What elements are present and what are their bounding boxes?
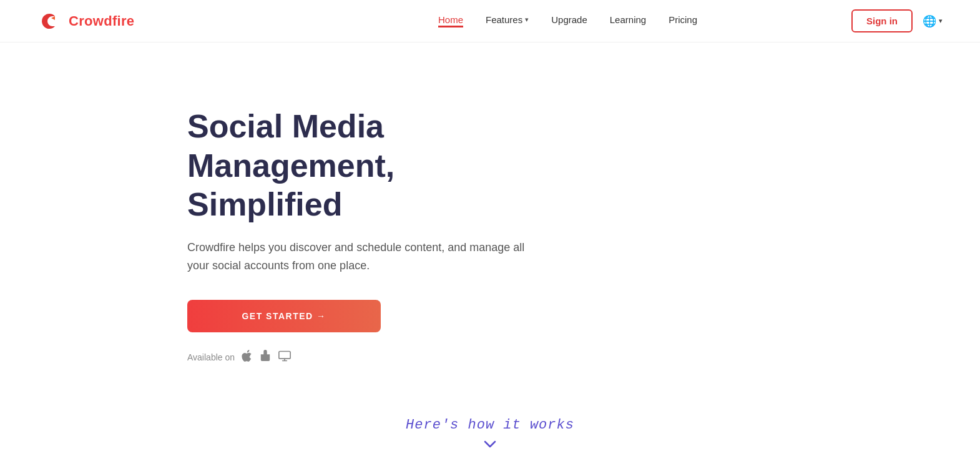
desktop-icon bbox=[278, 350, 291, 365]
hero-subtitle: Crowdfire helps you discover and schedul… bbox=[187, 239, 537, 275]
logo-text: Crowdfire bbox=[69, 13, 134, 29]
nav-link-features[interactable]: Features ▾ bbox=[486, 14, 529, 27]
features-dropdown-arrow: ▾ bbox=[525, 16, 529, 24]
svg-rect-1 bbox=[279, 351, 290, 359]
hero-title: Social Media Management, Simplified bbox=[187, 107, 562, 224]
available-on-row: Available on bbox=[187, 350, 980, 365]
language-selector[interactable]: 🌐 ▾ bbox=[923, 14, 943, 28]
globe-icon: 🌐 bbox=[923, 14, 936, 28]
available-on-label: Available on bbox=[187, 352, 235, 362]
navbar-right: Sign in 🌐 ▾ bbox=[851, 9, 943, 32]
get-started-button[interactable]: GET STARTED → bbox=[187, 300, 381, 332]
how-it-works-section: Here's how it works bbox=[0, 405, 980, 466]
android-icon bbox=[260, 350, 271, 365]
navbar: Crowdfire Home Features ▾ Upgrade Learni… bbox=[0, 0, 980, 42]
how-it-works-label: Here's how it works bbox=[406, 417, 574, 433]
crowdfire-logo-icon bbox=[37, 9, 62, 34]
nav-link-upgrade[interactable]: Upgrade bbox=[551, 14, 587, 27]
signin-button[interactable]: Sign in bbox=[851, 9, 913, 32]
nav-link-learning[interactable]: Learning bbox=[610, 14, 646, 27]
chevron-down-icon[interactable] bbox=[484, 438, 496, 451]
logo-area[interactable]: Crowdfire bbox=[37, 9, 134, 34]
hero-section: Social Media Management, Simplified Crow… bbox=[0, 42, 980, 405]
apple-icon bbox=[241, 350, 252, 365]
language-dropdown-arrow: ▾ bbox=[939, 17, 943, 25]
nav-links: Home Features ▾ Upgrade Learning Pricing bbox=[438, 14, 697, 27]
nav-link-home[interactable]: Home bbox=[438, 14, 463, 27]
nav-link-pricing[interactable]: Pricing bbox=[669, 14, 697, 27]
platform-icons bbox=[241, 350, 291, 365]
svg-point-0 bbox=[37, 9, 62, 34]
